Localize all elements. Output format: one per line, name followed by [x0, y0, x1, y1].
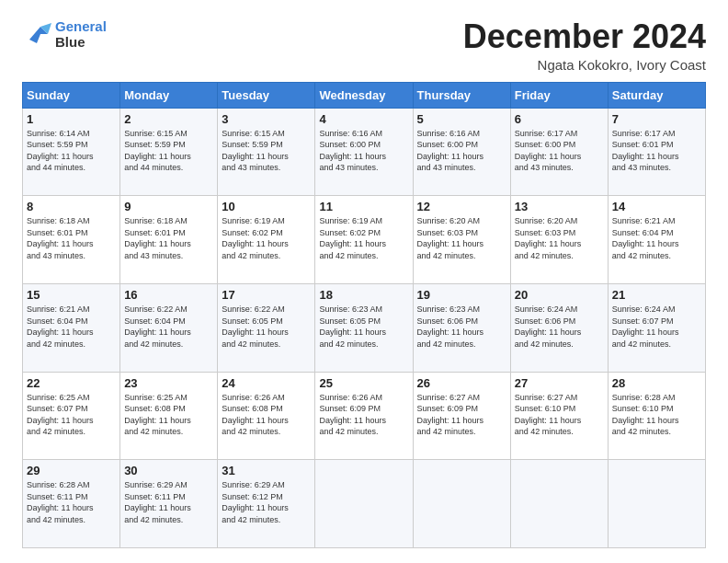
day-info: Sunrise: 6:29 AM Sunset: 6:11 PM Dayligh… [124, 479, 213, 525]
day-info: Sunrise: 6:15 AM Sunset: 5:59 PM Dayligh… [222, 128, 311, 174]
day-info: Sunrise: 6:23 AM Sunset: 6:05 PM Dayligh… [319, 304, 408, 350]
logo-line1: General [55, 18, 107, 34]
table-row: 11Sunrise: 6:19 AM Sunset: 6:02 PM Dayli… [315, 196, 413, 284]
table-row: 29Sunrise: 6:28 AM Sunset: 6:11 PM Dayli… [23, 460, 120, 548]
day-number: 7 [612, 112, 701, 126]
day-info: Sunrise: 6:24 AM Sunset: 6:06 PM Dayligh… [515, 304, 604, 350]
month-title: December 2024 [463, 18, 706, 55]
day-info: Sunrise: 6:26 AM Sunset: 6:08 PM Dayligh… [222, 392, 311, 438]
table-row: 4Sunrise: 6:16 AM Sunset: 6:00 PM Daylig… [315, 108, 413, 196]
day-info: Sunrise: 6:22 AM Sunset: 6:05 PM Dayligh… [222, 304, 311, 350]
day-number: 19 [417, 288, 506, 302]
day-info: Sunrise: 6:16 AM Sunset: 6:00 PM Dayligh… [417, 128, 506, 174]
day-number: 15 [27, 288, 116, 302]
table-row: 18Sunrise: 6:23 AM Sunset: 6:05 PM Dayli… [315, 283, 413, 372]
day-info: Sunrise: 6:20 AM Sunset: 6:03 PM Dayligh… [417, 215, 506, 261]
day-number: 14 [612, 200, 701, 213]
day-info: Sunrise: 6:21 AM Sunset: 6:04 PM Dayligh… [27, 304, 116, 350]
table-row: 10Sunrise: 6:19 AM Sunset: 6:02 PM Dayli… [218, 196, 315, 284]
table-row: 6Sunrise: 6:17 AM Sunset: 6:00 PM Daylig… [510, 108, 608, 196]
table-row: 3Sunrise: 6:15 AM Sunset: 5:59 PM Daylig… [218, 108, 315, 196]
table-row: 9Sunrise: 6:18 AM Sunset: 6:01 PM Daylig… [120, 196, 218, 284]
calendar-table: SundayMondayTuesdayWednesdayThursdayFrid… [22, 82, 706, 548]
table-row: 19Sunrise: 6:23 AM Sunset: 6:06 PM Dayli… [413, 283, 510, 372]
day-info: Sunrise: 6:18 AM Sunset: 6:01 PM Dayligh… [124, 215, 213, 261]
table-row: 13Sunrise: 6:20 AM Sunset: 6:03 PM Dayli… [510, 196, 608, 284]
day-info: Sunrise: 6:16 AM Sunset: 6:00 PM Dayligh… [319, 128, 408, 174]
day-info: Sunrise: 6:28 AM Sunset: 6:10 PM Dayligh… [612, 392, 701, 438]
day-number: 31 [222, 464, 311, 477]
day-number: 11 [319, 200, 408, 213]
day-info: Sunrise: 6:27 AM Sunset: 6:09 PM Dayligh… [417, 392, 506, 438]
day-number: 9 [124, 200, 213, 213]
day-number: 1 [27, 112, 116, 126]
table-row: 22Sunrise: 6:25 AM Sunset: 6:07 PM Dayli… [23, 372, 120, 460]
day-number: 8 [27, 200, 116, 213]
day-info: Sunrise: 6:19 AM Sunset: 6:02 PM Dayligh… [222, 215, 311, 261]
day-info: Sunrise: 6:20 AM Sunset: 6:03 PM Dayligh… [515, 215, 604, 261]
page: General Blue December 2024 Ngata Kokokro… [0, 0, 728, 563]
day-number: 21 [612, 288, 701, 302]
table-row: 7Sunrise: 6:17 AM Sunset: 6:01 PM Daylig… [608, 108, 705, 196]
day-info: Sunrise: 6:26 AM Sunset: 6:09 PM Dayligh… [319, 392, 408, 438]
table-row: 30Sunrise: 6:29 AM Sunset: 6:11 PM Dayli… [120, 460, 218, 548]
day-number: 6 [515, 112, 604, 126]
day-number: 16 [124, 288, 213, 302]
calendar-col-header: Friday [510, 82, 608, 108]
calendar-week-row: 29Sunrise: 6:28 AM Sunset: 6:11 PM Dayli… [23, 460, 706, 548]
table-row: 25Sunrise: 6:26 AM Sunset: 6:09 PM Dayli… [315, 372, 413, 460]
table-row [510, 460, 608, 548]
day-number: 13 [515, 200, 604, 213]
table-row: 12Sunrise: 6:20 AM Sunset: 6:03 PM Dayli… [413, 196, 510, 284]
table-row: 1Sunrise: 6:14 AM Sunset: 5:59 PM Daylig… [23, 108, 120, 196]
day-number: 25 [319, 376, 408, 390]
day-number: 12 [417, 200, 506, 213]
day-number: 29 [27, 464, 116, 477]
calendar-col-header: Tuesday [218, 82, 315, 108]
logo-icon [22, 21, 51, 47]
calendar-col-header: Saturday [608, 82, 705, 108]
day-info: Sunrise: 6:17 AM Sunset: 6:01 PM Dayligh… [612, 128, 701, 174]
table-row [315, 460, 413, 548]
day-info: Sunrise: 6:29 AM Sunset: 6:12 PM Dayligh… [222, 479, 311, 525]
day-number: 28 [612, 376, 701, 390]
day-number: 17 [222, 288, 311, 302]
day-number: 23 [124, 376, 213, 390]
table-row: 5Sunrise: 6:16 AM Sunset: 6:00 PM Daylig… [413, 108, 510, 196]
day-number: 18 [319, 288, 408, 302]
table-row: 23Sunrise: 6:25 AM Sunset: 6:08 PM Dayli… [120, 372, 218, 460]
table-row: 21Sunrise: 6:24 AM Sunset: 6:07 PM Dayli… [608, 283, 705, 372]
day-number: 5 [417, 112, 506, 126]
table-row: 20Sunrise: 6:24 AM Sunset: 6:06 PM Dayli… [510, 283, 608, 372]
table-row: 24Sunrise: 6:26 AM Sunset: 6:08 PM Dayli… [218, 372, 315, 460]
calendar-col-header: Thursday [413, 82, 510, 108]
day-number: 3 [222, 112, 311, 126]
table-row: 16Sunrise: 6:22 AM Sunset: 6:04 PM Dayli… [120, 283, 218, 372]
day-number: 30 [124, 464, 213, 477]
day-info: Sunrise: 6:22 AM Sunset: 6:04 PM Dayligh… [124, 304, 213, 350]
location: Ngata Kokokro, Ivory Coast [463, 57, 706, 73]
day-info: Sunrise: 6:21 AM Sunset: 6:04 PM Dayligh… [612, 215, 701, 261]
day-info: Sunrise: 6:24 AM Sunset: 6:07 PM Dayligh… [612, 304, 701, 350]
table-row: 27Sunrise: 6:27 AM Sunset: 6:10 PM Dayli… [510, 372, 608, 460]
logo-line2: Blue [55, 34, 107, 50]
day-number: 24 [222, 376, 311, 390]
day-number: 10 [222, 200, 311, 213]
day-number: 2 [124, 112, 213, 126]
table-row: 15Sunrise: 6:21 AM Sunset: 6:04 PM Dayli… [23, 283, 120, 372]
table-row: 14Sunrise: 6:21 AM Sunset: 6:04 PM Dayli… [608, 196, 705, 284]
day-info: Sunrise: 6:28 AM Sunset: 6:11 PM Dayligh… [27, 479, 116, 525]
table-row [608, 460, 705, 548]
day-info: Sunrise: 6:14 AM Sunset: 5:59 PM Dayligh… [27, 128, 116, 174]
day-info: Sunrise: 6:27 AM Sunset: 6:10 PM Dayligh… [515, 392, 604, 438]
day-number: 27 [515, 376, 604, 390]
day-number: 26 [417, 376, 506, 390]
calendar-col-header: Wednesday [315, 82, 413, 108]
calendar-week-row: 1Sunrise: 6:14 AM Sunset: 5:59 PM Daylig… [23, 108, 706, 196]
calendar-week-row: 22Sunrise: 6:25 AM Sunset: 6:07 PM Dayli… [23, 372, 706, 460]
table-row: 2Sunrise: 6:15 AM Sunset: 5:59 PM Daylig… [120, 108, 218, 196]
table-row: 28Sunrise: 6:28 AM Sunset: 6:10 PM Dayli… [608, 372, 705, 460]
calendar-col-header: Sunday [23, 82, 120, 108]
day-info: Sunrise: 6:17 AM Sunset: 6:00 PM Dayligh… [515, 128, 604, 174]
day-info: Sunrise: 6:19 AM Sunset: 6:02 PM Dayligh… [319, 215, 408, 261]
